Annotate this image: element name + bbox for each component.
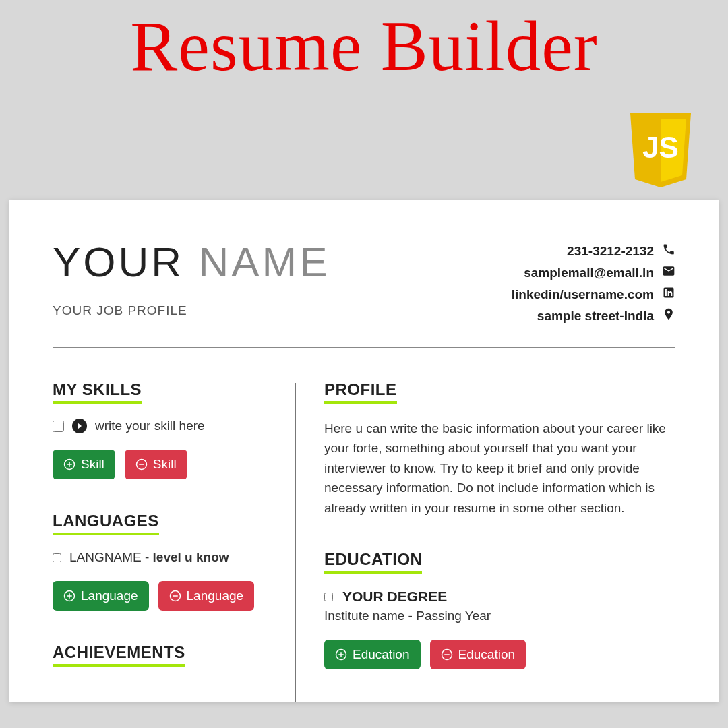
profile-text[interactable]: Here u can write the basic information a… xyxy=(324,419,675,518)
remove-skill-label: Skill xyxy=(153,457,177,472)
email-icon xyxy=(662,264,675,281)
skill-placeholder-text[interactable]: write your skill here xyxy=(95,419,205,433)
left-column: MY SKILLS write your skill here Skill xyxy=(53,380,295,702)
add-language-label: Language xyxy=(81,588,138,603)
language-separator: - xyxy=(142,550,153,564)
education-section: EDUCATION YOUR DEGREE Institute name - P… xyxy=(324,550,675,669)
language-checkbox[interactable] xyxy=(53,553,61,562)
location-icon xyxy=(662,307,675,324)
language-text[interactable]: LANGNAME - level u know xyxy=(69,550,229,565)
full-name[interactable]: YOUR NAME xyxy=(53,241,512,283)
remove-language-button[interactable]: Language xyxy=(158,581,255,611)
add-skill-label: Skill xyxy=(81,457,104,472)
achievements-title: ACHIEVEMENTS xyxy=(53,643,185,667)
contact-block: 231-3212-2132 samplemail@email.in linked… xyxy=(512,243,675,324)
contact-email-row[interactable]: samplemail@email.in xyxy=(524,264,675,281)
header-divider xyxy=(53,347,675,348)
contact-address-row[interactable]: sample street-India xyxy=(537,307,675,324)
contact-linkedin-row[interactable]: linkedin/username.com xyxy=(512,286,675,303)
add-skill-button[interactable]: Skill xyxy=(53,450,115,479)
arrow-right-icon xyxy=(72,419,87,433)
remove-education-button[interactable]: Education xyxy=(430,640,526,669)
contact-phone-row[interactable]: 231-3212-2132 xyxy=(567,243,675,260)
profile-section: PROFILE Here u can write the basic infor… xyxy=(324,380,675,518)
skills-title: MY SKILLS xyxy=(53,380,142,404)
skill-item-row: write your skill here xyxy=(53,419,275,433)
languages-section: LANGUAGES LANGNAME - level u know Langua… xyxy=(53,512,275,611)
right-column: PROFILE Here u can write the basic infor… xyxy=(296,380,675,702)
svg-text:JS: JS xyxy=(642,131,679,164)
add-education-label: Education xyxy=(353,647,410,662)
education-subtext[interactable]: Institute name - Passing Year xyxy=(324,609,675,624)
education-item-row: YOUR DEGREE xyxy=(324,588,675,605)
skill-checkbox[interactable] xyxy=(53,421,64,432)
education-degree[interactable]: YOUR DEGREE xyxy=(342,588,447,605)
job-profile[interactable]: YOUR JOB PROFILE xyxy=(53,303,512,318)
contact-email-text: samplemail@email.in xyxy=(524,266,654,280)
add-language-button[interactable]: Language xyxy=(53,581,149,611)
language-level: level u know xyxy=(153,550,229,564)
js-badge-icon: JS xyxy=(627,113,694,187)
achievements-section: ACHIEVEMENTS xyxy=(53,643,275,667)
contact-linkedin-text: linkedin/username.com xyxy=(512,287,654,302)
page-title: Resume Builder xyxy=(0,0,728,87)
add-education-button[interactable]: Education xyxy=(324,640,421,669)
first-name: YOUR xyxy=(53,239,184,285)
skills-section: MY SKILLS write your skill here Skill xyxy=(53,380,275,479)
linkedin-icon xyxy=(662,286,675,303)
education-title: EDUCATION xyxy=(324,550,422,574)
resume-header: YOUR NAME YOUR JOB PROFILE 231-3212-2132… xyxy=(53,241,675,324)
remove-education-label: Education xyxy=(458,647,516,662)
profile-title: PROFILE xyxy=(324,380,397,404)
resume-body: MY SKILLS write your skill here Skill xyxy=(53,380,675,702)
language-item-row: LANGNAME - level u know xyxy=(53,550,275,565)
language-name: LANGNAME xyxy=(69,550,142,564)
education-checkbox[interactable] xyxy=(324,593,333,601)
remove-language-label: Language xyxy=(187,588,244,603)
remove-skill-button[interactable]: Skill xyxy=(125,450,187,479)
contact-phone-text: 231-3212-2132 xyxy=(567,244,654,259)
name-block: YOUR NAME YOUR JOB PROFILE xyxy=(53,241,512,318)
contact-address-text: sample street-India xyxy=(537,309,654,324)
resume-card: YOUR NAME YOUR JOB PROFILE 231-3212-2132… xyxy=(9,200,719,702)
languages-title: LANGUAGES xyxy=(53,512,159,535)
phone-icon xyxy=(662,243,675,260)
last-name: NAME xyxy=(198,239,330,285)
